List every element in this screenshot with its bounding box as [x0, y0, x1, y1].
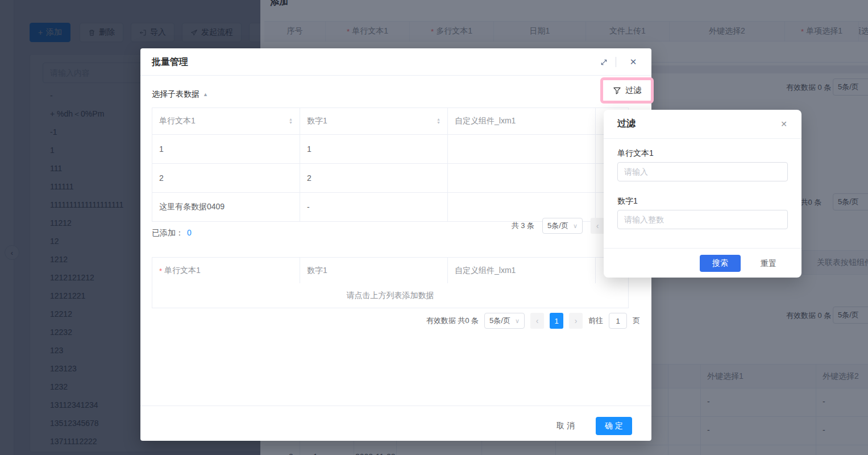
source-table-pagination: 共 3 条 5条/页∨ ‹	[385, 218, 604, 234]
prev-page-button[interactable]: ‹	[530, 313, 544, 329]
chevron-down-icon: ∨	[573, 222, 578, 230]
added-count-value: 0	[187, 228, 192, 238]
table-row[interactable]: 2 2	[152, 164, 628, 193]
page-size-select[interactable]: 5条/页∨	[484, 313, 525, 329]
chevron-down-icon: ∨	[515, 317, 520, 325]
goto-page-input[interactable]	[609, 313, 627, 329]
source-table-header: 单行文本1▲▼ 数字1▲▼ 自定义组件_lxm1	[152, 108, 628, 135]
section-label-text: 选择子表数据	[152, 89, 200, 100]
prev-page-button[interactable]: ‹	[591, 218, 604, 234]
modal-header: 批量管理 ✕	[140, 48, 651, 76]
filter-field2-label: 数字1	[617, 196, 638, 206]
valid-data-count: 有效数据 共0 条	[426, 316, 479, 326]
close-icon: ✕	[630, 57, 637, 67]
expand-icon	[600, 58, 608, 67]
filter-number1-input[interactable]	[617, 210, 788, 229]
target-table-header: *单行文本1 数字1 自定义组件_lxm1	[152, 258, 628, 284]
screen: ‹ + 添加 删除 导入 发起流程 - + %dh＜0%Pm -1 1 111 …	[0, 0, 868, 455]
column-text1[interactable]: 单行文本1▲▼	[152, 108, 300, 134]
added-label: 已添加：	[152, 228, 184, 238]
header-divider	[616, 57, 616, 67]
empty-state-text: 请点击上方列表添加数据	[347, 291, 434, 301]
column-number1[interactable]: 数字1▲▼	[300, 108, 448, 134]
column-custom: 自定义组件_lxm1	[448, 108, 596, 134]
divider	[604, 248, 801, 249]
funnel-icon	[613, 86, 621, 95]
modal-title: 批量管理	[152, 56, 188, 68]
search-button[interactable]: 搜索	[700, 255, 741, 272]
target-table-pagination: 有效数据 共0 条 5条/页∨ ‹ 1 › 前往 页	[368, 313, 640, 329]
added-count: 已添加： 0	[152, 228, 192, 238]
source-table: 单行文本1▲▼ 数字1▲▼ 自定义组件_lxm1 1 1 2 2 这里有条数据0…	[152, 107, 629, 222]
filter-text1-input[interactable]	[617, 162, 788, 181]
goto-label: 前往	[588, 316, 603, 326]
section-label[interactable]: 选择子表数据 ▲	[152, 89, 208, 100]
filter-close-button[interactable]: ✕	[779, 119, 789, 129]
filter-popover: 过滤 ✕ 单行文本1 数字1 搜索 重置	[604, 110, 801, 278]
next-page-button[interactable]: ›	[569, 313, 583, 329]
page-size-select[interactable]: 5条/页∨	[542, 218, 583, 234]
expand-button[interactable]	[599, 57, 609, 67]
empty-state: 请点击上方列表添加数据	[152, 283, 629, 308]
batch-manage-modal: 批量管理 ✕ 选择子表数据 ▲ 过滤 单行文本1▲▼ 数字1▲▼ 自定义组件_l…	[140, 48, 651, 441]
sort-icon[interactable]: ▲▼	[289, 118, 293, 125]
page-suffix: 页	[633, 316, 640, 326]
filter-popover-title: 过滤	[617, 118, 636, 130]
required-mark: *	[159, 267, 162, 275]
close-icon: ✕	[780, 119, 787, 129]
divider	[604, 138, 801, 139]
filter-field1-label: 单行文本1	[617, 148, 654, 159]
total-count: 共 3 条	[512, 221, 534, 231]
reset-button[interactable]: 重置	[761, 259, 776, 269]
filter-button[interactable]: 过滤	[600, 77, 654, 104]
sort-icon[interactable]: ▲▼	[437, 118, 441, 125]
cancel-button[interactable]: 取 消	[547, 417, 584, 435]
target-table: *单行文本1 数字1 自定义组件_lxm1	[152, 257, 629, 284]
confirm-button[interactable]: 确 定	[596, 417, 632, 435]
column-text1: *单行文本1	[152, 258, 300, 284]
table-row[interactable]: 1 1	[152, 135, 628, 164]
filter-button-label: 过滤	[625, 85, 641, 96]
page-1-button[interactable]: 1	[550, 313, 563, 329]
column-custom: 自定义组件_lxm1	[448, 258, 596, 284]
column-number1: 数字1	[300, 258, 448, 284]
caret-up-icon: ▲	[203, 92, 208, 97]
modal-close-button[interactable]: ✕	[628, 57, 638, 67]
